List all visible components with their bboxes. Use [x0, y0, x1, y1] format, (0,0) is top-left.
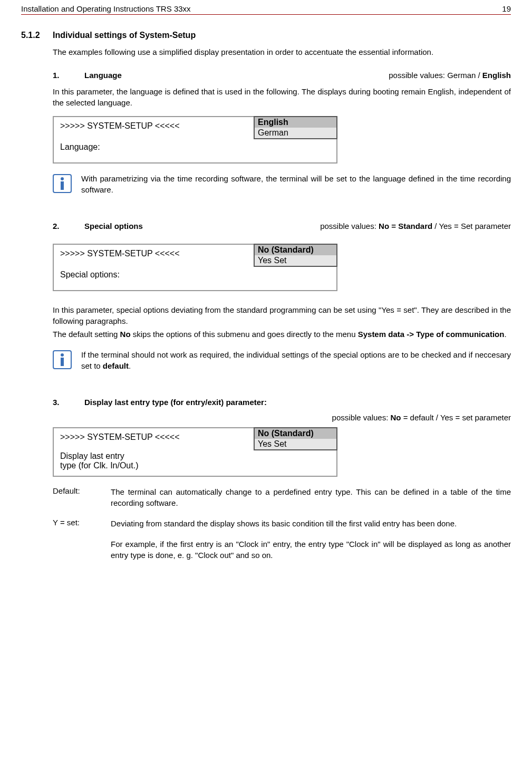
param-3-set: Y = set: Deviating from standard the dis…	[53, 518, 511, 529]
param-1-values: possible values: German / English	[389, 71, 511, 80]
page-header: Installation and Operating Instructions …	[21, 0, 511, 15]
display-options: No (Standard) Yes Set	[254, 244, 337, 267]
param-1-info: With parametrizing via the time recordin…	[53, 173, 511, 195]
option-selected: English	[255, 117, 336, 128]
param-1-name: Language	[84, 71, 122, 80]
param-2-desc2: The default setting No skips the options…	[53, 329, 511, 340]
param-1-num: 1.	[53, 71, 84, 80]
option-selected: No (Standard)	[255, 428, 336, 439]
param-2-info: If the terminal should not work as requi…	[53, 349, 511, 371]
info-icon	[53, 350, 72, 369]
option-other: Yes Set	[255, 255, 336, 266]
option-other: Yes Set	[255, 439, 336, 449]
display-title: >>>>> SYSTEM-SETUP <<<<<	[60, 432, 247, 442]
option-other: German	[255, 128, 336, 138]
display-options: English German	[254, 116, 337, 139]
section-number: 5.1.2	[21, 31, 53, 40]
param-1-display: >>>>> SYSTEM-SETUP <<<<< Language: Engli…	[53, 116, 337, 164]
info-text: If the terminal should not work as requi…	[81, 349, 511, 371]
set-text: Deviating from standard the display show…	[111, 518, 511, 529]
display-options: No (Standard) Yes Set	[254, 427, 337, 450]
param-3-values: possible values: No = default / Yes = se…	[53, 413, 511, 422]
param-2-values: possible values: No = Standard / Yes = S…	[320, 222, 511, 230]
info-icon	[53, 174, 72, 193]
param-3-name: Display last entry type (for entry/exit)…	[84, 398, 267, 407]
display-title: >>>>> SYSTEM-SETUP <<<<<	[60, 121, 247, 131]
default-label: Default:	[53, 486, 111, 508]
param-3-num: 3.	[53, 398, 84, 407]
param-2-display: >>>>> SYSTEM-SETUP <<<<< Special options…	[53, 244, 337, 291]
header-page-number: 19	[502, 4, 511, 13]
param-3-display: >>>>> SYSTEM-SETUP <<<<< Display last en…	[53, 427, 337, 477]
section-title: Individual settings of System-Setup	[53, 31, 196, 40]
display-label: Special options:	[60, 270, 247, 280]
param-2-desc1: In this parameter, special options devia…	[53, 304, 511, 326]
param-2-name: Special options	[84, 222, 143, 230]
param-1-desc: In this parameter, the language is defin…	[53, 86, 511, 108]
example-text: For example, if the first entry is an "C…	[111, 538, 511, 561]
section-heading: 5.1.2 Individual settings of System-Setu…	[21, 31, 511, 40]
param-3-default: Default: The terminal can automatically …	[53, 486, 511, 508]
param-3-example: For example, if the first entry is an "C…	[53, 538, 511, 561]
display-label-line2: type (for Clk. In/Out.)	[60, 461, 247, 470]
info-text: With parametrizing via the time recordin…	[81, 173, 511, 195]
param-2-header: 2. Special options possible values: No =…	[53, 222, 511, 230]
param-1-header: 1. Language possible values: German / En…	[53, 71, 511, 80]
display-label: Language:	[60, 142, 247, 152]
param-3-header: 3. Display last entry type (for entry/ex…	[53, 398, 511, 407]
header-left: Installation and Operating Instructions …	[21, 4, 191, 13]
display-title: >>>>> SYSTEM-SETUP <<<<<	[60, 249, 247, 258]
param-2-num: 2.	[53, 222, 84, 230]
set-label: Y = set:	[53, 518, 111, 529]
display-label-line1: Display last entry	[60, 451, 247, 461]
section-intro: The examples following use a simplified …	[53, 46, 511, 57]
default-text: The terminal can automatically change to…	[111, 486, 511, 508]
option-selected: No (Standard)	[255, 245, 336, 255]
